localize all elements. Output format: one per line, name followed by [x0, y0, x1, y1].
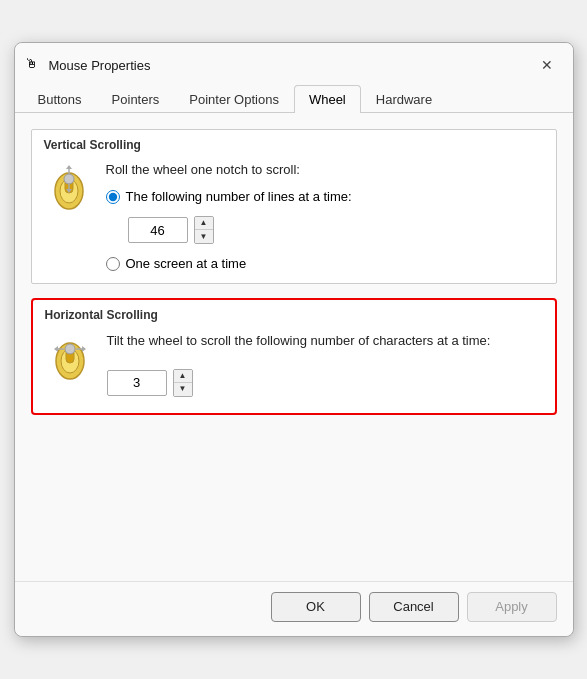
vertical-section-row: Roll the wheel one notch to scroll: The … [44, 162, 544, 271]
lines-spinner-input[interactable] [128, 217, 188, 243]
radio-lines[interactable] [106, 190, 120, 204]
tab-pointers[interactable]: Pointers [97, 85, 175, 113]
dialog-icon: 🖱 [25, 56, 43, 74]
chars-spin-up[interactable]: ▲ [174, 370, 192, 383]
radio-screen-row: One screen at a time [106, 256, 352, 271]
mouse-svg-horizontal [46, 333, 94, 381]
vertical-section-label: Vertical Scrolling [44, 138, 544, 152]
title-bar-left: 🖱 Mouse Properties [25, 56, 151, 74]
tabs-bar: Buttons Pointers Pointer Options Wheel H… [15, 85, 573, 113]
tab-pointer-options[interactable]: Pointer Options [174, 85, 294, 113]
radio-screen-label: One screen at a time [126, 256, 247, 271]
tab-content: Vertical Scrolling Ro [15, 113, 573, 580]
dialog-title: Mouse Properties [49, 58, 151, 73]
tab-wheel[interactable]: Wheel [294, 85, 361, 113]
chars-spinner-row: ▲ ▼ [107, 369, 491, 397]
mouse-svg-vertical [45, 163, 93, 211]
ok-button[interactable]: OK [271, 592, 361, 622]
lines-spinner-buttons: ▲ ▼ [194, 216, 214, 244]
vertical-description: Roll the wheel one notch to scroll: [106, 162, 352, 177]
svg-point-3 [64, 174, 74, 184]
dialog: 🖱 Mouse Properties ✕ Buttons Pointers Po… [14, 42, 574, 636]
vertical-scrolling-section: Vertical Scrolling Ro [31, 129, 557, 284]
mouse-wheel-icon-horizontal [45, 332, 95, 382]
chars-spin-down[interactable]: ▼ [174, 383, 192, 396]
title-bar: 🖱 Mouse Properties ✕ [15, 43, 573, 85]
horizontal-description: Tilt the wheel to scroll the following n… [107, 332, 491, 350]
svg-point-11 [65, 344, 75, 354]
horizontal-scrolling-section: Horizontal Scrolling [31, 298, 557, 414]
radio-screen[interactable] [106, 257, 120, 271]
tab-hardware[interactable]: Hardware [361, 85, 447, 113]
vertical-options: Roll the wheel one notch to scroll: The … [106, 162, 352, 271]
empty-area [31, 429, 557, 569]
lines-spin-up[interactable]: ▲ [195, 217, 213, 230]
radio-lines-row: The following number of lines at a time: [106, 189, 352, 204]
horizontal-section-row: Tilt the wheel to scroll the following n… [45, 332, 543, 400]
lines-spinner-row: ▲ ▼ [128, 216, 352, 244]
chars-spinner-input[interactable] [107, 370, 167, 396]
horizontal-options: Tilt the wheel to scroll the following n… [107, 332, 491, 400]
dialog-footer: OK Cancel Apply [15, 581, 573, 636]
cancel-button[interactable]: Cancel [369, 592, 459, 622]
chars-spinner-buttons: ▲ ▼ [173, 369, 193, 397]
svg-marker-13 [54, 346, 58, 352]
lines-spin-down[interactable]: ▼ [195, 230, 213, 243]
apply-button[interactable]: Apply [467, 592, 557, 622]
tab-buttons[interactable]: Buttons [23, 85, 97, 113]
radio-lines-label: The following number of lines at a time: [126, 189, 352, 204]
horizontal-section-label: Horizontal Scrolling [45, 308, 543, 322]
svg-marker-15 [82, 346, 86, 352]
mouse-wheel-icon-vertical [44, 162, 94, 212]
close-button[interactable]: ✕ [533, 51, 561, 79]
svg-marker-5 [66, 165, 72, 169]
